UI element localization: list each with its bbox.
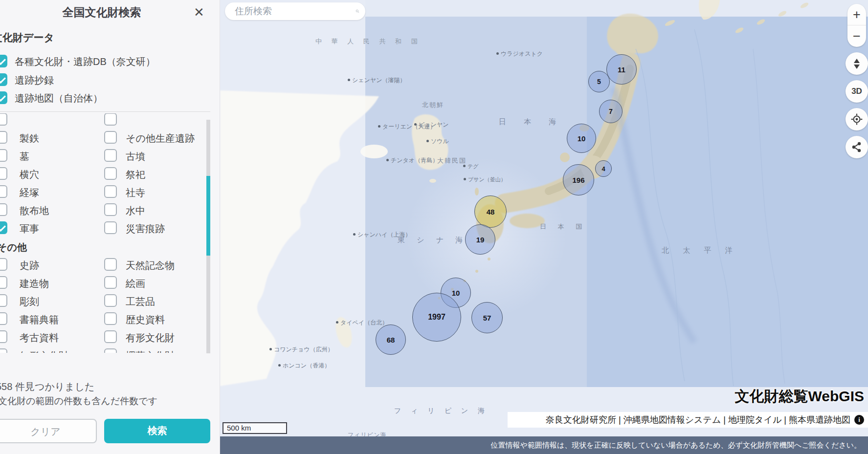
category-checkbox[interactable]	[0, 258, 7, 271]
3d-label: 3D	[851, 86, 862, 96]
scrollbar[interactable]	[206, 120, 210, 353]
category-label: 社寺	[126, 186, 145, 199]
map-label-sea-of-japan: 日 本 海	[499, 117, 564, 127]
category-label: 製鉄	[20, 132, 39, 145]
geolocate-button[interactable]	[846, 108, 868, 130]
map-label-qingdao: チンタオ（青島）	[386, 156, 438, 165]
category-label: 災害痕跡	[126, 222, 165, 236]
info-icon[interactable]: i	[854, 415, 864, 425]
category-label: 水中	[126, 204, 145, 217]
category-checkbox[interactable]	[0, 203, 7, 216]
category-checkbox[interactable]	[104, 330, 117, 343]
datasource-checkbox[interactable]	[0, 91, 7, 104]
cluster-marker[interactable]: 5	[588, 71, 610, 92]
category-row	[0, 113, 220, 129]
category-checkbox[interactable]	[104, 258, 117, 271]
map-label-guangzhou: コワンチョウ（広州）	[269, 346, 334, 354]
category-row: 史跡 天然記念物	[0, 256, 220, 274]
attribution-text[interactable]: 奈良文化財研究所 | 沖縄県地図情報システム | 地理院タイル | 熊本県遺跡地…	[546, 414, 850, 426]
zoom-in-button[interactable]: +	[847, 4, 866, 25]
category-label: 埋蔵文化財	[126, 349, 175, 353]
category-checkbox[interactable]	[104, 203, 117, 216]
category-label: 彫刻	[20, 295, 39, 308]
category-label: 軍事	[20, 222, 39, 236]
category-checkbox[interactable]	[104, 113, 117, 126]
category-checkbox[interactable]	[104, 348, 117, 353]
cluster-marker[interactable]: 4	[595, 160, 612, 177]
category-checkbox[interactable]	[104, 167, 117, 180]
category-checkbox[interactable]	[0, 276, 7, 289]
scrollbar-thumb[interactable]	[206, 176, 210, 256]
datasource-checkbox[interactable]	[0, 73, 7, 86]
category-scroll-area[interactable]: 製鉄 その他生産遺跡 墓 古墳 横穴 祭祀 経塚 社寺	[0, 113, 220, 353]
map-scale-bar: 500 km	[223, 422, 287, 434]
cluster-marker[interactable]: 11	[606, 54, 637, 85]
category-checkbox[interactable]	[0, 131, 7, 144]
category-checkbox[interactable]	[0, 167, 7, 180]
category-checkbox[interactable]	[0, 149, 7, 162]
share-icon	[851, 141, 863, 153]
category-label: 祭祀	[126, 168, 145, 181]
cluster-marker[interactable]: 10	[567, 124, 596, 153]
cluster-marker[interactable]: 19	[465, 224, 495, 255]
category-checkbox-gunji[interactable]	[0, 221, 7, 234]
clear-button[interactable]: クリア	[0, 419, 97, 443]
close-icon[interactable]: ✕	[191, 4, 207, 21]
category-checkbox[interactable]	[104, 221, 117, 234]
category-label: 考古資料	[20, 331, 59, 345]
category-row: 軍事 災害痕跡	[0, 219, 220, 237]
map-label-busan: プサン（釜山）	[464, 176, 506, 183]
cluster-marker[interactable]: 7	[599, 100, 623, 123]
cluster-marker-yellow[interactable]: 48	[474, 195, 507, 228]
category-checkbox[interactable]	[104, 149, 117, 162]
map-canvas[interactable]: 中 華 人 民 共 和 国 ウラジオストク シェンヤン（瀋陽） 北朝鮮 ピョンヤ…	[220, 0, 868, 454]
category-checkbox[interactable]	[104, 276, 117, 289]
category-label: 散布地	[20, 204, 49, 217]
share-button[interactable]	[846, 136, 868, 158]
category-label: 書籍典籍	[20, 313, 59, 326]
site-brand: 文化財総覧WebGIS	[735, 387, 864, 407]
category-row: 墓 古墳	[0, 147, 220, 165]
category-label: 古墳	[126, 150, 145, 163]
search-icon[interactable]	[356, 5, 359, 17]
map-label-shenyang: シェンヤン（瀋陽）	[348, 76, 405, 85]
category-label: 無形文化財	[20, 349, 68, 353]
category-checkbox[interactable]	[0, 330, 7, 343]
cluster-marker[interactable]: 57	[471, 302, 503, 333]
map-label-north-pacific: 北 太 平 洋	[662, 246, 738, 255]
cluster-marker[interactable]: 1997	[412, 293, 461, 342]
tilt-down-icon	[854, 65, 860, 69]
datasource-label: 遺跡抄録	[15, 74, 54, 87]
category-checkbox[interactable]	[0, 312, 7, 325]
tilt-button[interactable]	[846, 52, 868, 75]
cluster-marker[interactable]: 68	[376, 324, 406, 355]
category-label: 経塚	[20, 186, 39, 199]
section-header-data: 文化財データ	[0, 31, 54, 44]
category-checkbox[interactable]	[104, 131, 117, 144]
category-row: 経塚 社寺	[0, 183, 220, 201]
map-label-south-korea: 大韓民国	[437, 156, 467, 165]
cluster-marker[interactable]: 196	[563, 164, 594, 195]
category-label: 墓	[20, 150, 29, 163]
category-checkbox[interactable]	[104, 312, 117, 325]
category-checkbox[interactable]	[0, 113, 7, 126]
map-label-east-china-sea: 東 シ ナ 海	[398, 236, 467, 245]
search-button[interactable]: 検索	[104, 419, 210, 443]
category-checkbox[interactable]	[104, 294, 117, 307]
zoom-out-button[interactable]: −	[847, 25, 866, 47]
tilt-up-icon	[854, 59, 860, 63]
category-row: 製鉄 その他生産遺跡	[0, 129, 220, 147]
category-checkbox[interactable]	[104, 185, 117, 198]
map-label-china: 中 華 人 民 共 和 国	[315, 37, 422, 46]
category-label: 建造物	[20, 277, 49, 290]
category-checkbox[interactable]	[0, 294, 7, 307]
address-search-input[interactable]	[234, 5, 356, 17]
map-tile-haze-left	[220, 0, 365, 387]
category-checkbox[interactable]	[0, 185, 7, 198]
datasource-checkbox[interactable]	[0, 55, 7, 67]
category-checkbox[interactable]	[0, 348, 7, 353]
divider	[0, 111, 210, 112]
map-label-daegu: テグ	[463, 163, 479, 170]
3d-toggle-button[interactable]: 3D	[846, 80, 868, 103]
category-row: 彫刻 工芸品	[0, 292, 220, 310]
